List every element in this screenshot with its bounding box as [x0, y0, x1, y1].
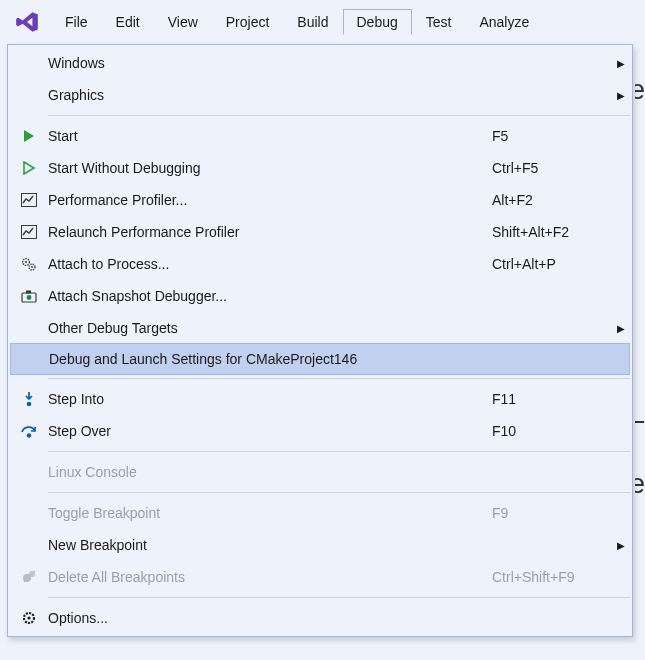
background-glyph: e — [635, 74, 645, 106]
step-into-icon — [10, 391, 48, 407]
menu-build[interactable]: Build — [283, 9, 342, 35]
menu-analyze[interactable]: Analyze — [465, 9, 543, 35]
menu-item-label: Delete All Breakpoints — [48, 569, 492, 585]
menu-separator — [48, 378, 630, 379]
menu-test[interactable]: Test — [412, 9, 466, 35]
menu-item-label: Attach Snapshot Debugger... — [48, 288, 492, 304]
menu-item-label: Graphics — [48, 87, 492, 103]
menu-item-linux-console: Linux Console — [10, 456, 630, 488]
svg-point-10 — [27, 433, 32, 438]
menu-item-label: Linux Console — [48, 464, 492, 480]
menu-project[interactable]: Project — [212, 9, 284, 35]
menubar: FileEditViewProjectBuildDebugTestAnalyze — [0, 0, 645, 44]
profiler-icon — [10, 193, 48, 207]
play-green-icon — [10, 129, 48, 143]
menu-item-label: Relaunch Performance Profiler — [48, 224, 492, 240]
menu-item-label: Start Without Debugging — [48, 160, 492, 176]
background-glyph: e — [635, 468, 645, 500]
svg-rect-7 — [26, 291, 31, 294]
background-glyph: L — [635, 398, 645, 430]
menu-item-label: Options... — [48, 610, 492, 626]
gears-icon — [10, 256, 48, 272]
svg-point-14 — [27, 616, 30, 619]
menu-view[interactable]: View — [154, 9, 212, 35]
menu-item-shortcut: F11 — [492, 391, 612, 407]
menu-item-start-without-debugging[interactable]: Start Without DebuggingCtrl+F5 — [10, 152, 630, 184]
profiler-icon — [10, 225, 48, 239]
menu-item-shortcut: Alt+F2 — [492, 192, 612, 208]
submenu-arrow-icon: ▶ — [612, 323, 630, 334]
menu-item-graphics[interactable]: Graphics▶ — [10, 79, 630, 111]
menu-item-relaunch-performance-profiler[interactable]: Relaunch Performance ProfilerShift+Alt+F… — [10, 216, 630, 248]
svg-point-9 — [27, 402, 32, 407]
menu-separator — [48, 597, 630, 598]
menu-item-other-debug-targets[interactable]: Other Debug Targets▶ — [10, 312, 630, 344]
gear-icon — [10, 610, 48, 626]
menu-item-label: Step Into — [48, 391, 492, 407]
menu-item-label: Attach to Process... — [48, 256, 492, 272]
menu-file[interactable]: File — [51, 9, 102, 35]
step-over-icon — [10, 423, 48, 439]
menu-item-step-over[interactable]: Step OverF10 — [10, 415, 630, 447]
menu-item-windows[interactable]: Windows▶ — [10, 47, 630, 79]
menu-item-options[interactable]: Options... — [10, 602, 630, 634]
menu-item-shortcut: Ctrl+F5 — [492, 160, 612, 176]
svg-point-8 — [27, 295, 32, 300]
play-outline-icon — [10, 161, 48, 175]
menu-item-new-breakpoint[interactable]: New Breakpoint▶ — [10, 529, 630, 561]
menu-item-shortcut: F10 — [492, 423, 612, 439]
menu-separator — [48, 492, 630, 493]
menu-item-label: New Breakpoint — [48, 537, 492, 553]
menu-item-label: Windows — [48, 55, 492, 71]
menu-separator — [48, 451, 630, 452]
menu-item-label: Other Debug Targets — [48, 320, 492, 336]
menu-item-label: Toggle Breakpoint — [48, 505, 492, 521]
menu-item-label: Start — [48, 128, 492, 144]
visual-studio-logo-icon — [13, 8, 41, 36]
svg-point-3 — [25, 261, 27, 263]
menu-item-toggle-breakpoint: Toggle BreakpointF9 — [10, 497, 630, 529]
menu-item-shortcut: Shift+Alt+F2 — [492, 224, 612, 240]
menu-item-start[interactable]: StartF5 — [10, 120, 630, 152]
menu-edit[interactable]: Edit — [102, 9, 154, 35]
menu-item-shortcut: Ctrl+Alt+P — [492, 256, 612, 272]
menu-item-delete-all-breakpoints: Delete All BreakpointsCtrl+Shift+F9 — [10, 561, 630, 593]
menu-item-shortcut: F5 — [492, 128, 612, 144]
debug-menu-dropdown: Windows▶Graphics▶StartF5Start Without De… — [7, 44, 633, 637]
menu-item-label: Performance Profiler... — [48, 192, 492, 208]
menu-item-performance-profiler[interactable]: Performance Profiler...Alt+F2 — [10, 184, 630, 216]
submenu-arrow-icon: ▶ — [612, 540, 630, 551]
menu-item-shortcut: Ctrl+Shift+F9 — [492, 569, 612, 585]
menu-item-label: Step Over — [48, 423, 492, 439]
menu-item-label: Debug and Launch Settings for CMakeProje… — [49, 351, 491, 367]
menu-item-step-into[interactable]: Step IntoF11 — [10, 383, 630, 415]
menu-item-attach-to-process[interactable]: Attach to Process...Ctrl+Alt+P — [10, 248, 630, 280]
delete-bp-icon — [10, 569, 48, 585]
submenu-arrow-icon: ▶ — [612, 58, 630, 69]
menu-item-attach-snapshot-debugger[interactable]: Attach Snapshot Debugger... — [10, 280, 630, 312]
submenu-arrow-icon: ▶ — [612, 90, 630, 101]
svg-point-5 — [31, 266, 33, 268]
menu-debug[interactable]: Debug — [343, 9, 412, 35]
menu-separator — [48, 115, 630, 116]
menu-item-shortcut: F9 — [492, 505, 612, 521]
menu-item-debug-and-launch-settings-for-cmakeproject146[interactable]: Debug and Launch Settings for CMakeProje… — [10, 343, 630, 375]
snapshot-camera-icon — [10, 289, 48, 303]
